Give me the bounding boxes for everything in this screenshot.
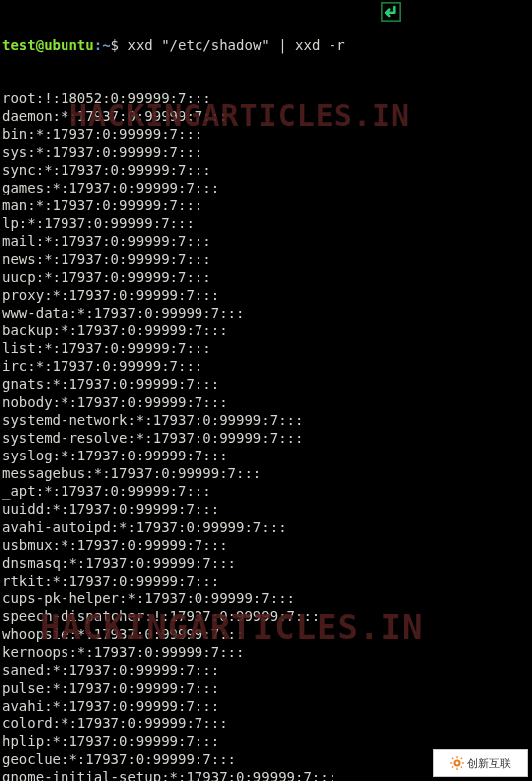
output-line: speech-dispatcher:!:17937:0:99999:7::: — [2, 607, 530, 625]
output-line: man:*:17937:0:99999:7::: — [2, 196, 530, 214]
output-line: uuidd:*:17937:0:99999:7::: — [2, 500, 530, 518]
output-line: rtkit:*:17937:0:99999:7::: — [2, 572, 530, 589]
svg-rect-6 — [462, 762, 464, 763]
output-line: gnats:*:17937:0:99999:7::: — [2, 375, 530, 393]
enter-key-icon — [381, 2, 401, 22]
svg-rect-4 — [456, 768, 457, 770]
output-line: mail:*:17937:0:99999:7::: — [2, 232, 530, 250]
output-lines: root:!:18052:0:99999:7:::daemon:*:17937:… — [2, 89, 530, 781]
command-text: xxd "/etc/shadow" | xxd -r — [127, 37, 344, 53]
output-line: sys:*:17937:0:99999:7::: — [2, 143, 530, 161]
output-line: _apt:*:17937:0:99999:7::: — [2, 482, 530, 500]
svg-rect-5 — [450, 762, 452, 763]
svg-rect-9 — [460, 757, 462, 759]
svg-rect-8 — [460, 766, 462, 768]
output-line: proxy:*:17937:0:99999:7::: — [2, 286, 530, 304]
terminal-output[interactable]: test@ubuntu:~$ xxd "/etc/shadow" | xxd -… — [0, 0, 532, 781]
output-line: uucp:*:17937:0:99999:7::: — [2, 268, 530, 286]
output-line: backup:*:17937:0:99999:7::: — [2, 322, 530, 339]
prompt-separator: : — [94, 37, 102, 53]
output-line: daemon:*:17937:0:99999:7::: — [2, 107, 530, 125]
prompt-user: test@ubuntu — [2, 37, 94, 53]
output-line: systemd-resolve:*:17937:0:99999:7::: — [2, 429, 530, 447]
svg-rect-7 — [452, 757, 454, 759]
output-line: hplip:*:17937:0:99999:7::: — [2, 732, 530, 750]
svg-point-2 — [456, 762, 459, 765]
output-line: bin:*:17937:0:99999:7::: — [2, 125, 530, 143]
output-line: root:!:18052:0:99999:7::: — [2, 89, 530, 107]
prompt-line: test@ubuntu:~$ xxd "/etc/shadow" | xxd -… — [2, 36, 530, 54]
output-line: syslog:*:17937:0:99999:7::: — [2, 447, 530, 464]
output-line: whoopsie:*:17937:0:99999:7::: — [2, 625, 530, 643]
output-line: games:*:17937:0:99999:7::: — [2, 179, 530, 196]
prompt-dollar: $ — [111, 37, 128, 53]
logo-text: 创新互联 — [467, 754, 511, 772]
output-line: colord:*:17937:0:99999:7::: — [2, 715, 530, 732]
output-line: www-data:*:17937:0:99999:7::: — [2, 304, 530, 322]
output-line: saned:*:17937:0:99999:7::: — [2, 661, 530, 679]
output-line: kernoops:*:17937:0:99999:7::: — [2, 643, 530, 661]
output-line: pulse:*:17937:0:99999:7::: — [2, 679, 530, 697]
output-line: avahi:*:17937:0:99999:7::: — [2, 697, 530, 715]
output-line: sync:*:17937:0:99999:7::: — [2, 161, 530, 179]
output-line: systemd-network:*:17937:0:99999:7::: — [2, 411, 530, 429]
brand-logo: 创新互联 — [433, 749, 528, 777]
output-line: cups-pk-helper:*:17937:0:99999:7::: — [2, 589, 530, 607]
svg-rect-3 — [456, 756, 457, 758]
output-line: news:*:17937:0:99999:7::: — [2, 250, 530, 268]
output-line: avahi-autoipd:*:17937:0:99999:7::: — [2, 518, 530, 536]
prompt-path: ~ — [102, 37, 110, 53]
output-line: lp:*:17937:0:99999:7::: — [2, 214, 530, 232]
output-line: list:*:17937:0:99999:7::: — [2, 339, 530, 357]
output-line: irc:*:17937:0:99999:7::: — [2, 357, 530, 375]
gear-icon — [450, 756, 464, 770]
svg-rect-10 — [452, 766, 454, 768]
output-line: dnsmasq:*:17937:0:99999:7::: — [2, 554, 530, 572]
output-line: messagebus:*:17937:0:99999:7::: — [2, 464, 530, 482]
output-line: nobody:*:17937:0:99999:7::: — [2, 393, 530, 411]
output-line: usbmux:*:17937:0:99999:7::: — [2, 536, 530, 554]
